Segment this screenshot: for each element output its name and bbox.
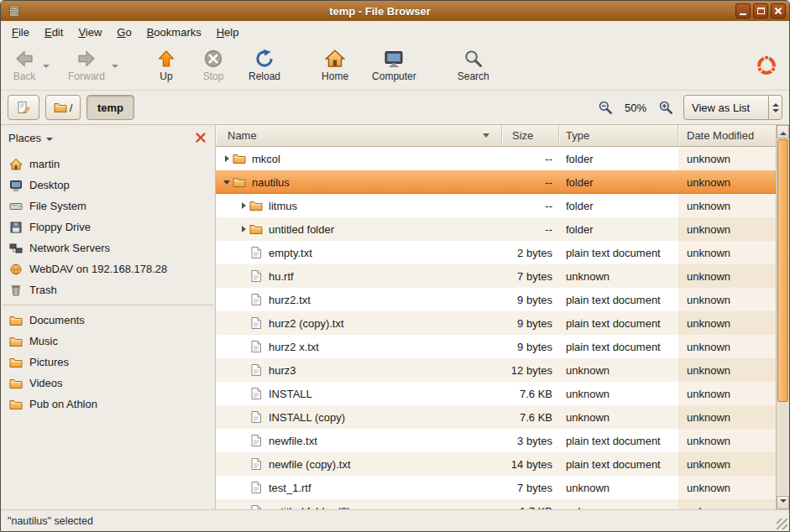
scrollbar-thumb[interactable] xyxy=(777,139,788,402)
zoom-out-button[interactable] xyxy=(594,96,617,119)
menu-view[interactable]: View xyxy=(71,23,109,42)
text-file-icon xyxy=(249,340,263,353)
back-dropdown-icon[interactable] xyxy=(43,65,50,71)
column-header-type[interactable]: Type xyxy=(559,125,678,146)
file-name: hurz2 x.txt xyxy=(269,341,319,353)
file-row[interactable]: INSTALL 7.6 KB unknown unknown xyxy=(216,382,776,405)
file-name: test_1.rtf xyxy=(269,482,311,494)
folder-icon xyxy=(249,199,263,212)
expander-collapsed-icon[interactable] xyxy=(238,226,249,232)
text-file-icon xyxy=(249,293,263,306)
forward-button[interactable]: Forward xyxy=(61,46,112,85)
folder-icon xyxy=(249,222,263,236)
minimize-button[interactable] xyxy=(735,3,751,18)
folder-icon xyxy=(9,356,23,369)
file-name: INSTALL (copy) xyxy=(269,411,345,424)
expander-collapsed-icon[interactable] xyxy=(238,202,249,209)
file-name: litmus xyxy=(269,200,297,212)
file-row[interactable]: mkcol -- folder unknown xyxy=(216,147,776,170)
vertical-scrollbar[interactable] xyxy=(776,125,789,509)
text-file-icon xyxy=(249,457,263,471)
stop-button[interactable]: Stop xyxy=(195,46,232,85)
file-row[interactable]: newfile.txt 3 bytes plain text document … xyxy=(216,429,776,452)
view-mode-select[interactable]: View as List xyxy=(683,95,782,120)
sidebar-separator xyxy=(3,305,213,305)
distributor-logo-icon xyxy=(756,55,777,76)
text-file-icon xyxy=(249,269,263,283)
home-button[interactable]: Home xyxy=(315,46,355,85)
path-button-root[interactable]: / xyxy=(45,95,81,120)
column-header-size[interactable]: Size xyxy=(502,125,559,146)
sidebar-item-filesystem[interactable]: File System xyxy=(1,196,215,216)
column-header-name[interactable]: Name xyxy=(216,125,502,146)
folder-icon xyxy=(233,175,246,189)
file-row[interactable]: hu.rtf 7 bytes unknown unknown xyxy=(216,264,776,288)
file-manager-icon xyxy=(8,4,21,18)
menu-bookmarks[interactable]: Bookmarks xyxy=(139,23,209,42)
search-button[interactable]: Search xyxy=(451,46,496,85)
computer-button[interactable]: Computer xyxy=(365,46,423,85)
file-row[interactable]: untitled folder (2) 1.7 KB unknown unkno… xyxy=(216,499,776,509)
resize-grip[interactable] xyxy=(777,519,787,529)
path-button-temp[interactable]: temp xyxy=(86,95,134,120)
zoom-in-button[interactable] xyxy=(654,96,678,119)
close-button[interactable] xyxy=(771,3,786,18)
text-file-icon xyxy=(249,246,263,259)
sidebar-item-documents[interactable]: Documents xyxy=(1,310,215,331)
file-row[interactable]: hurz3 12 bytes unknown unknown xyxy=(216,358,776,382)
file-row[interactable]: untitled folder -- folder unknown xyxy=(216,217,776,241)
sidebar-item-pictures[interactable]: Pictures xyxy=(1,352,215,373)
menu-help[interactable]: Help xyxy=(209,23,247,42)
scrollbar-track[interactable] xyxy=(777,138,789,496)
sidebar-item-network[interactable]: Network Servers xyxy=(1,237,215,258)
file-row[interactable]: INSTALL (copy) 7.6 KB unknown unknown xyxy=(216,405,776,429)
chevron-down-icon[interactable] xyxy=(46,138,53,144)
file-row[interactable]: hurz2.txt 9 bytes plain text document un… xyxy=(216,288,776,311)
file-name: untitled folder xyxy=(269,223,334,236)
file-name: hurz2 (copy).txt xyxy=(269,317,344,330)
sidebar-item-home[interactable]: martin xyxy=(1,154,215,175)
reload-button[interactable]: Reload xyxy=(242,46,287,85)
file-name: hu.rtf xyxy=(269,270,294,283)
home-icon xyxy=(325,49,345,69)
sidebar-item-videos[interactable]: Videos xyxy=(1,373,215,394)
sidebar-item-trash[interactable]: Trash xyxy=(1,279,215,300)
file-row-selected[interactable]: nautilus -- folder unknown xyxy=(216,170,776,194)
sidebar-item-pub-on-athlon[interactable]: Pub on Athlon xyxy=(1,394,215,415)
view-mode-stepper[interactable] xyxy=(768,96,782,119)
file-row[interactable]: empty.txt 2 bytes plain text document un… xyxy=(216,241,776,264)
places-sidebar: Places martin Desktop File System xyxy=(1,125,216,509)
file-row[interactable]: hurz2 (copy).txt 9 bytes plain text docu… xyxy=(216,311,776,335)
webdav-share-icon xyxy=(9,263,23,276)
file-row[interactable]: litmus -- folder unknown xyxy=(216,194,776,217)
file-row[interactable]: test_1.rtf 7 bytes unknown unknown xyxy=(216,476,776,499)
edit-location-icon xyxy=(17,101,30,114)
maximize-button[interactable] xyxy=(753,3,768,18)
file-name: empty.txt xyxy=(269,247,312,259)
menu-file[interactable]: File xyxy=(4,23,37,42)
sidebar-item-desktop[interactable]: Desktop xyxy=(1,175,215,196)
list-header: Name Size Type Date Modified xyxy=(216,125,776,147)
sidebar-title[interactable]: Places xyxy=(8,132,41,144)
computer-icon xyxy=(384,49,404,69)
up-button[interactable]: Up xyxy=(148,46,185,85)
expander-collapsed-icon[interactable] xyxy=(221,155,233,162)
title-bar[interactable]: temp - File Browser xyxy=(1,1,789,21)
column-header-date-modified[interactable]: Date Modified xyxy=(678,125,776,146)
sidebar-item-floppy[interactable]: Floppy Drive xyxy=(1,216,215,237)
file-row[interactable]: newfile (copy).txt 14 bytes plain text d… xyxy=(216,452,776,476)
close-icon xyxy=(774,7,782,15)
menu-edit[interactable]: Edit xyxy=(37,23,71,42)
arrow-right-icon xyxy=(76,49,97,69)
file-row[interactable]: hurz2 x.txt 9 bytes plain text document … xyxy=(216,335,776,358)
menu-go[interactable]: Go xyxy=(109,23,139,42)
sidebar-close-button[interactable] xyxy=(194,131,207,144)
forward-dropdown-icon[interactable] xyxy=(112,65,118,71)
back-button[interactable]: Back xyxy=(6,46,43,85)
scrollbar-down-button[interactable] xyxy=(777,496,789,509)
sidebar-item-webdav[interactable]: WebDAV on 192.168.178.28 xyxy=(1,258,215,279)
sidebar-item-music[interactable]: Music xyxy=(1,331,215,352)
scrollbar-up-button[interactable] xyxy=(777,125,789,138)
edit-location-button[interactable] xyxy=(8,95,39,120)
expander-expanded-icon[interactable] xyxy=(221,177,233,188)
